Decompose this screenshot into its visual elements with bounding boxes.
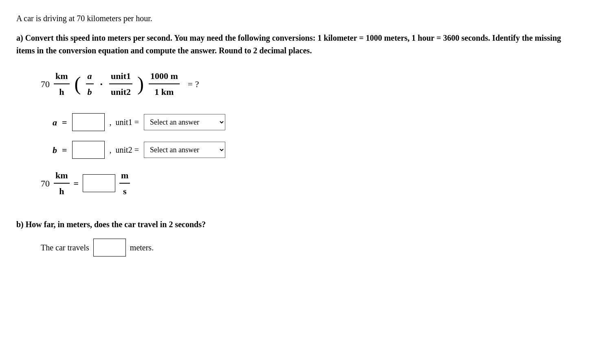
part-b-text-input[interactable] xyxy=(94,239,125,256)
a-text-input[interactable] xyxy=(73,114,104,131)
b-input-row: b = , unit2 = Select an answer h s km m … xyxy=(41,141,578,159)
result-m: m xyxy=(119,169,130,184)
part-b-label: b) xyxy=(16,220,24,229)
a-variable-label: a xyxy=(41,116,57,129)
conv-numerator: 1000 m xyxy=(149,69,180,84)
b-input-box[interactable] xyxy=(72,141,105,159)
result-text-input[interactable] xyxy=(83,175,115,192)
result-input-box[interactable] xyxy=(83,174,115,192)
part-a-description: a) Convert this speed into meters per se… xyxy=(16,32,578,57)
car-travels-label: The car travels xyxy=(41,241,89,254)
b-text-input[interactable] xyxy=(73,141,104,158)
unit1-label: unit1 xyxy=(109,69,132,84)
result-row: 70 km h = m s xyxy=(41,169,578,198)
equation-section: 70 km h ( a b · unit1 unit2 ) 1000 m 1 k… xyxy=(41,69,578,198)
speed-fraction: km h xyxy=(54,69,70,99)
conversion-fraction: 1000 m 1 km xyxy=(149,69,180,99)
result-s: s xyxy=(121,184,128,198)
speed-km: km xyxy=(54,69,70,84)
ab-fraction: a b xyxy=(86,69,94,99)
meters-label: meters. xyxy=(130,241,154,254)
unit2-select[interactable]: Select an answer h s km m min xyxy=(144,142,225,158)
b-variable-label: b xyxy=(41,143,57,157)
part-a-label: a) xyxy=(16,33,23,42)
unit-fraction: unit1 unit2 xyxy=(109,69,132,99)
result-speed-fraction: km h xyxy=(54,169,70,198)
dot-operator: · xyxy=(100,76,103,92)
unit1-eq-label: , unit1 = xyxy=(110,116,139,128)
part-b-description: b) How far, in meters, does the car trav… xyxy=(16,218,578,230)
a-input-box[interactable] xyxy=(72,113,105,131)
unit1-select[interactable]: Select an answer h s km m min xyxy=(144,114,225,130)
unit2-label: unit2 xyxy=(109,84,132,99)
part-b-answer-row: The car travels meters. xyxy=(41,239,578,257)
result-km: km xyxy=(54,169,70,184)
result-ms-fraction: m s xyxy=(119,169,130,198)
main-equation: 70 km h ( a b · unit1 unit2 ) 1000 m 1 k… xyxy=(41,69,578,99)
a-input-row: a = , unit1 = Select an answer h s km m … xyxy=(41,113,578,131)
equals-question: = ? xyxy=(188,77,199,91)
speed-h: h xyxy=(57,84,66,99)
speed-value: 70 xyxy=(41,77,50,91)
a-var: a xyxy=(86,69,94,84)
a-equals: = xyxy=(62,116,67,129)
result-equals-sign: = xyxy=(74,177,79,190)
unit2-eq-label: , unit2 = xyxy=(110,144,139,156)
conv-denominator: 1 km xyxy=(153,84,175,99)
b-equals: = xyxy=(62,143,67,157)
result-speed-value: 70 xyxy=(41,177,50,190)
intro-text: A car is driving at 70 kilometers per ho… xyxy=(16,12,578,24)
part-b-input-box[interactable] xyxy=(93,239,126,257)
open-paren: ( xyxy=(75,74,81,94)
close-paren: ) xyxy=(137,74,144,94)
b-var: b xyxy=(86,84,94,99)
result-h: h xyxy=(57,184,66,198)
